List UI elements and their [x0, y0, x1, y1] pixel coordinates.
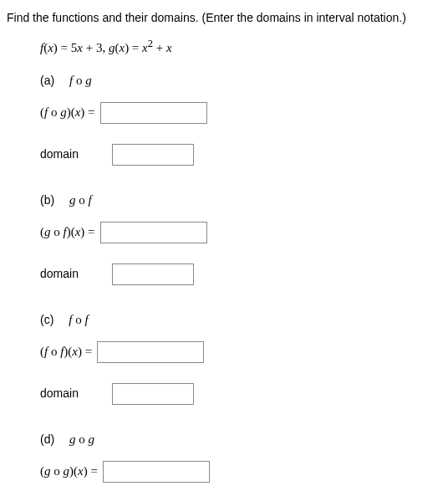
- part-c-expression-input[interactable]: [97, 341, 204, 363]
- part-c: (c) f o f (f o f)(x) = domain: [40, 311, 441, 406]
- part-a-domain-input[interactable]: [112, 144, 194, 166]
- part-b-domain-row: domain: [40, 263, 441, 286]
- part-a: (a) f o g (f o g)(x) = domain: [40, 72, 441, 166]
- part-c-domain-input[interactable]: [112, 383, 194, 405]
- part-a-domain-row: domain: [40, 143, 441, 166]
- part-a-domain-label: domain: [40, 146, 107, 163]
- part-a-expression-input[interactable]: [100, 102, 207, 124]
- part-d-expr-label: (g o g)(x) =: [40, 463, 98, 480]
- part-c-expr-label: (f o f)(x) =: [40, 343, 92, 361]
- part-b-label: (b) g o f: [40, 192, 441, 209]
- part-d: (d) g o g (g o g)(x) = domain: [40, 431, 441, 486]
- part-b-expression-input[interactable]: [100, 222, 207, 243]
- function-definitions: f(x) = 5x + 3, g(x) = x2 + x: [40, 37, 441, 57]
- part-a-expression-row: (f o g)(x) =: [40, 101, 441, 125]
- part-d-expression-input[interactable]: [103, 461, 210, 483]
- part-b-domain-input[interactable]: [112, 263, 194, 285]
- part-b: (b) g o f (g o f)(x) = domain: [40, 192, 441, 286]
- part-a-label: (a) f o g: [40, 72, 441, 90]
- part-c-label: (c) f o f: [40, 311, 441, 329]
- part-c-domain-row: domain: [40, 382, 441, 406]
- part-b-domain-label: domain: [40, 266, 107, 283]
- part-a-expr-label: (f o g)(x) =: [40, 104, 95, 121]
- part-c-domain-label: domain: [40, 386, 107, 402]
- part-c-expression-row: (f o f)(x) =: [40, 340, 441, 364]
- question-prompt: Find the functions and their domains. (E…: [7, 10, 441, 27]
- part-d-expression-row: (g o g)(x) =: [40, 460, 441, 483]
- part-d-label: (d) g o g: [40, 431, 441, 448]
- part-b-expression-row: (g o f)(x) =: [40, 221, 441, 244]
- part-b-expr-label: (g o f)(x) =: [40, 223, 95, 241]
